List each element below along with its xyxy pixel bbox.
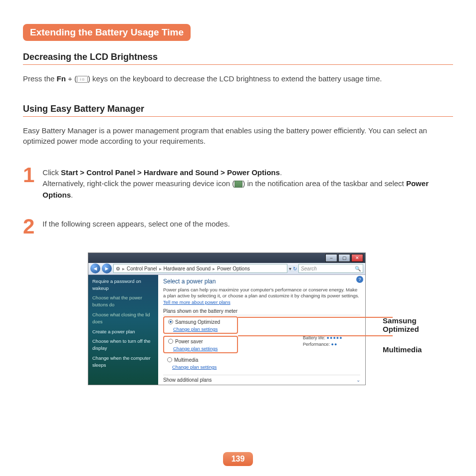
sidebar-link[interactable]: Create a power plan	[92, 328, 154, 335]
step-2: 2 If the following screen appears, selec…	[23, 218, 453, 236]
callout-multimedia: Multimedia	[383, 345, 453, 354]
text: + (	[66, 74, 77, 83]
back-button[interactable]: ◄	[90, 263, 100, 273]
page-number: 139	[223, 452, 253, 466]
power-options-window: – ▢ ✕ ◄ ► ⚙ ▸ Control Panel ▸ Hardware a…	[88, 252, 366, 385]
sidebar-link[interactable]: Change when the computer sleeps	[92, 355, 154, 369]
text: Press the	[23, 74, 57, 83]
close-button[interactable]: ✕	[351, 254, 363, 262]
sidebar-link[interactable]: Choose what the power buttons do	[92, 294, 154, 308]
plan-name: Samsung Optimized	[175, 319, 220, 325]
minimize-button[interactable]: –	[325, 254, 337, 262]
breadcrumb-icon: ⚙	[116, 266, 120, 271]
step-number: 1	[23, 166, 34, 201]
breadcrumb-item[interactable]: Hardware and Sound	[164, 266, 211, 271]
brightness-down-key-icon: ↓☼	[77, 76, 88, 83]
para-ebm: Easy Battery Manager is a power manageme…	[23, 126, 453, 146]
text: .	[71, 191, 73, 199]
plan-power-saver[interactable]: Power saver Change plan settings	[163, 336, 238, 353]
forward-button[interactable]: ►	[102, 263, 112, 273]
maximize-button[interactable]: ▢	[338, 254, 350, 262]
titlebar: – ▢ ✕	[88, 253, 365, 263]
sidebar: Require a password on wakeup Choose what…	[88, 275, 158, 385]
breadcrumb-item[interactable]: Control Panel	[127, 266, 157, 271]
change-plan-link[interactable]: Change plan settings	[173, 346, 235, 351]
change-plan-link[interactable]: Change plan settings	[173, 326, 235, 332]
sidebar-link[interactable]: Choose when to turn off the display	[92, 338, 154, 352]
battery-tray-icon	[235, 181, 242, 188]
step-number: 2	[23, 218, 34, 236]
callout-samsung-optimized: Samsung Optimized	[383, 316, 453, 333]
plan-samsung-optimized[interactable]: Samsung Optimized Change plan settings	[163, 316, 238, 334]
radio-icon[interactable]	[168, 339, 173, 344]
chevron-down-icon: ⌄	[356, 377, 360, 383]
plan-meters: Battery life: ●●●●● Performance: ●●	[303, 335, 343, 348]
text: .	[280, 168, 282, 177]
text: Click	[42, 168, 61, 177]
content-desc: Power plans can help you maximize your c…	[163, 287, 360, 305]
plan-name: Multimedia	[174, 357, 198, 363]
breadcrumb[interactable]: ⚙ ▸ Control Panel ▸ Hardware and Sound ▸…	[113, 264, 287, 273]
breadcrumb-item[interactable]: Power Options	[217, 266, 250, 271]
help-icon[interactable]: ?	[356, 276, 363, 283]
sidebar-link[interactable]: Require a password on wakeup	[92, 278, 154, 292]
heading-ebm: Using Easy Battery Manager	[23, 104, 453, 117]
path-bold: Start > Control Panel > Hardware and Sou…	[61, 168, 280, 177]
heading-lcd: Decreasing the LCD Brightness	[23, 52, 453, 65]
address-bar: ◄ ► ⚙ ▸ Control Panel ▸ Hardware and Sou…	[88, 263, 365, 275]
plan-name: Power saver	[175, 339, 203, 344]
text: Alternatively, right-click the power mea…	[42, 179, 235, 188]
section-badge: Extending the Battery Usage Time	[23, 24, 191, 41]
callout-leader	[238, 335, 393, 336]
search-icon: 🔍	[355, 266, 361, 271]
radio-icon[interactable]	[167, 357, 172, 362]
para-lcd: Press the Fn + (↓☼) keys on the keyboard…	[23, 74, 453, 84]
content-pane: ? Select a power plan Power plans can he…	[158, 275, 365, 385]
content-title: Select a power plan	[163, 278, 360, 285]
show-additional-plans[interactable]: Show additional plans ⌄	[163, 375, 360, 383]
radio-icon[interactable]	[168, 319, 173, 324]
fn-key-label: Fn	[57, 74, 66, 83]
step-text: If the following screen appears, select …	[42, 218, 453, 236]
tell-me-more-link[interactable]: Tell me more about power plans	[163, 299, 231, 305]
text: ) keys on the keyboard to decrease the L…	[88, 74, 382, 83]
text: ) in the notification area of the taskba…	[242, 179, 406, 188]
search-input[interactable]: Search 🔍	[298, 264, 363, 273]
sidebar-link[interactable]: Choose what closing the lid does	[92, 311, 154, 325]
plans-subheading: Plans shown on the battery meter	[163, 308, 360, 315]
callout-leader	[238, 317, 393, 318]
plan-multimedia[interactable]: Multimedia Change plan settings	[163, 355, 360, 371]
change-plan-link[interactable]: Change plan settings	[172, 364, 358, 370]
search-placeholder: Search	[301, 266, 317, 271]
step-1: 1 Click Start > Control Panel > Hardware…	[23, 166, 453, 201]
